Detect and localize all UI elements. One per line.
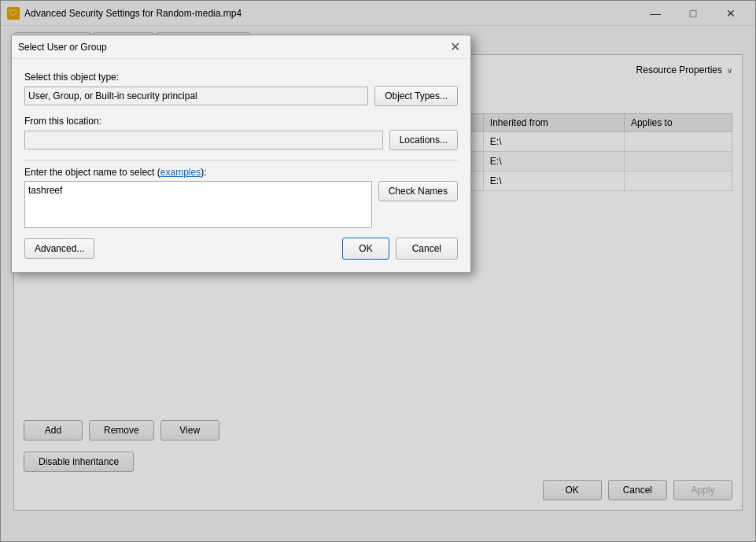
section-divider <box>24 160 458 160</box>
location-label: From this location: <box>24 116 458 127</box>
dialog-cancel-button[interactable]: Cancel <box>396 238 458 260</box>
object-types-button[interactable]: Object Types... <box>374 86 458 106</box>
dialog-body: Select this object type: Object Types...… <box>12 59 470 272</box>
enter-object-row: Enter the object name to select (example… <box>24 167 458 228</box>
examples-link[interactable]: examples <box>160 167 201 178</box>
select-user-dialog: Select User or Group ✕ Select this objec… <box>11 35 471 273</box>
advanced-button[interactable]: Advanced... <box>24 238 94 259</box>
object-type-label: Select this object type: <box>24 72 458 83</box>
dialog-title: Select User or Group <box>18 42 445 53</box>
dialog-footer-right: OK Cancel <box>342 238 458 260</box>
enter-object-label: Enter the object name to select (example… <box>24 167 458 178</box>
object-type-input <box>24 87 368 105</box>
dialog-ok-button[interactable]: OK <box>342 238 389 260</box>
locations-button[interactable]: Locations... <box>389 130 458 150</box>
check-names-button[interactable]: Check Names <box>378 181 458 201</box>
dialog-close-button[interactable]: ✕ <box>445 38 464 57</box>
enter-object-input-row: Check Names <box>24 181 458 228</box>
location-input <box>24 131 383 149</box>
object-type-input-row: Object Types... <box>24 86 458 106</box>
location-input-row: Locations... <box>24 130 458 150</box>
object-name-input[interactable] <box>24 181 372 228</box>
dialog-footer: Advanced... OK Cancel <box>24 238 458 260</box>
object-type-row: Select this object type: Object Types... <box>24 72 458 106</box>
location-row: From this location: Locations... <box>24 116 458 150</box>
dialog-titlebar: Select User or Group ✕ <box>12 35 470 59</box>
